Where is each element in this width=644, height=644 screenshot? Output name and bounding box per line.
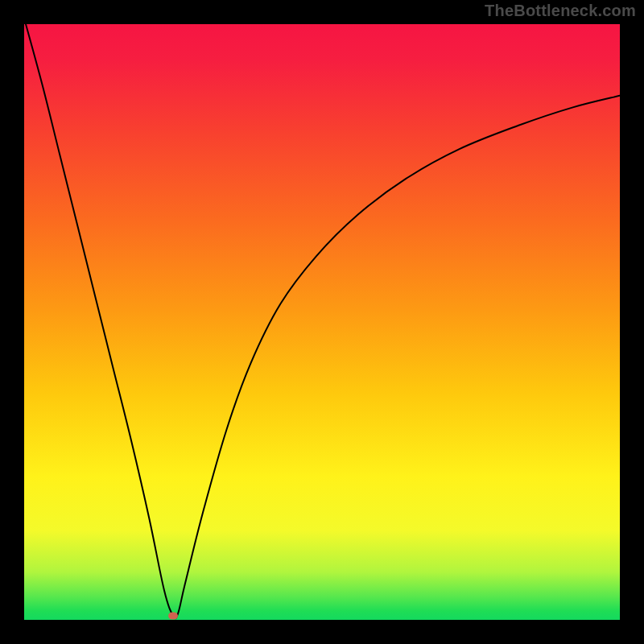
minimum-marker (168, 612, 178, 619)
plot-area (24, 24, 620, 620)
curve-layer (24, 24, 620, 620)
watermark-text: TheBottleneck.com (485, 2, 636, 20)
chart-frame: TheBottleneck.com (0, 0, 644, 644)
bottleneck-curve (24, 24, 620, 618)
